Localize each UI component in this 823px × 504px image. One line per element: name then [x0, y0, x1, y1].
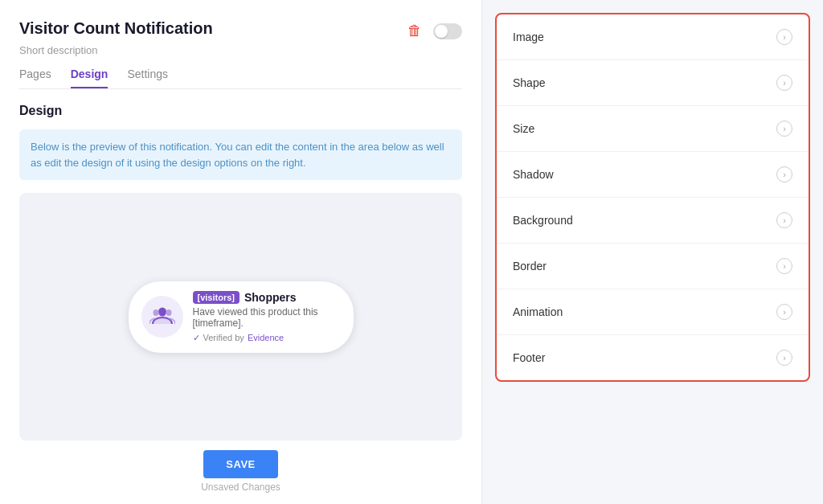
notification-title-row: [visitors] Shoppers	[193, 291, 341, 304]
preview-area: [visitors] Shoppers Have viewed this pro…	[19, 193, 462, 440]
design-option-footer-label: Footer	[513, 351, 545, 364]
notification-sub-text: Have viewed this product this [timeframe…	[193, 306, 341, 329]
chevron-right-icon: ›	[776, 350, 792, 366]
section-title: Design	[19, 104, 462, 118]
chevron-right-icon: ›	[776, 166, 792, 182]
chevron-right-icon: ›	[776, 304, 792, 320]
design-option-shape-label: Shape	[513, 76, 545, 89]
notification-main-text: Shoppers	[244, 291, 297, 304]
notification-body: [visitors] Shoppers Have viewed this pro…	[193, 291, 341, 343]
design-option-size[interactable]: Size ›	[497, 106, 809, 152]
design-option-image[interactable]: Image ›	[497, 14, 809, 60]
chevron-right-icon: ›	[776, 258, 792, 274]
info-box: Below is the preview of this notificatio…	[19, 129, 462, 180]
design-option-background-label: Background	[513, 214, 573, 227]
design-option-animation[interactable]: Animation ›	[497, 289, 809, 335]
left-panel: Visitor Count Notification 🗑 Short descr…	[0, 0, 482, 504]
notification-icon-wrapper	[141, 296, 183, 338]
tab-design[interactable]: Design	[71, 68, 109, 88]
design-option-animation-label: Animation	[513, 305, 563, 318]
design-option-shape[interactable]: Shape ›	[497, 60, 809, 106]
header-row: Visitor Count Notification 🗑	[19, 19, 462, 41]
design-option-shadow[interactable]: Shadow ›	[497, 152, 809, 198]
verified-row: ✓ Verified by Evidence	[193, 333, 341, 343]
design-options-list: Image › Shape › Size › Shadow › Backgrou…	[495, 13, 810, 382]
design-option-border[interactable]: Border ›	[497, 244, 809, 289]
right-panel: Image › Shape › Size › Shadow › Backgrou…	[482, 0, 823, 504]
unsaved-changes-text: Unsaved Changes	[201, 481, 280, 493]
toggle-switch[interactable]	[433, 23, 462, 39]
trash-icon: 🗑	[407, 23, 422, 39]
check-icon: ✓	[193, 333, 200, 343]
tab-settings[interactable]: Settings	[127, 68, 168, 88]
design-option-shadow-label: Shadow	[513, 168, 554, 181]
tabs: Pages Design Settings	[19, 68, 462, 89]
short-description: Short description	[19, 44, 462, 56]
save-button[interactable]: SAVE	[203, 450, 277, 478]
svg-point-2	[166, 309, 171, 316]
design-option-background[interactable]: Background ›	[497, 198, 809, 244]
chevron-right-icon: ›	[776, 121, 792, 137]
chevron-right-icon: ›	[776, 75, 792, 91]
notification-card: [visitors] Shoppers Have viewed this pro…	[129, 281, 354, 353]
design-option-image-label: Image	[513, 31, 544, 43]
design-option-size-label: Size	[513, 122, 534, 135]
svg-point-0	[158, 307, 166, 316]
page-title: Visitor Count Notification	[19, 19, 213, 38]
design-option-border-label: Border	[513, 260, 547, 272]
verified-text: Verified by	[203, 333, 244, 342]
delete-button[interactable]: 🗑	[404, 21, 425, 41]
chevron-right-icon: ›	[776, 212, 792, 228]
footer-actions: SAVE Unsaved Changes	[19, 440, 462, 504]
people-icon	[149, 303, 175, 331]
tab-pages[interactable]: Pages	[19, 68, 51, 88]
header-actions: 🗑	[404, 21, 462, 41]
visitors-badge: [visitors]	[193, 291, 240, 304]
svg-point-1	[153, 309, 158, 316]
evidence-link: Evidence	[248, 333, 284, 342]
info-text: Below is the preview of this notificatio…	[31, 141, 444, 169]
chevron-right-icon: ›	[776, 29, 792, 45]
design-option-footer[interactable]: Footer ›	[497, 335, 809, 380]
